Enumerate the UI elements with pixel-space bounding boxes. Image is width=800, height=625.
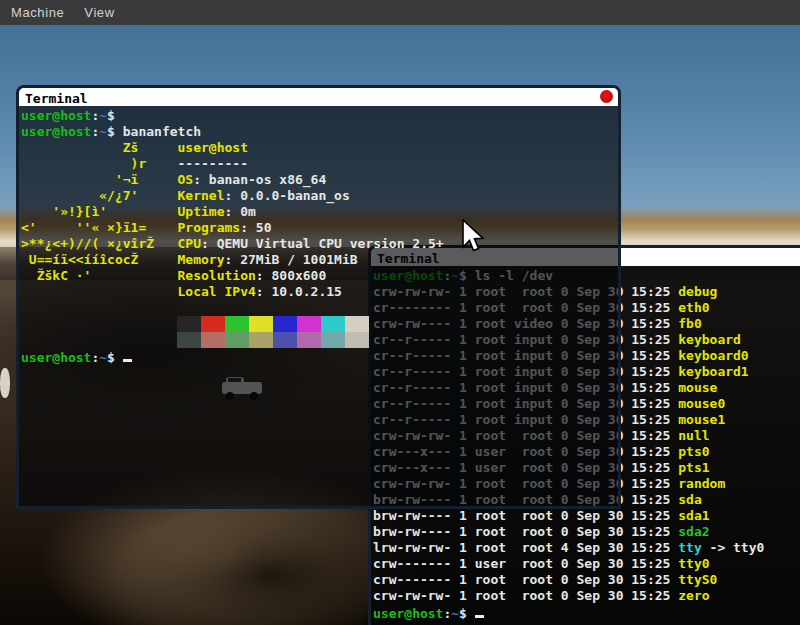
terminal-text: eth0 <box>678 300 709 315</box>
terminal-text: '»!}[ì' <box>21 204 178 219</box>
text-cursor <box>123 348 132 362</box>
terminal-text <box>21 284 178 299</box>
prompt-line: user@host:~$ <box>21 348 618 364</box>
fetch-line: >**¿<+)//( ×¿vîrŽ CPU: QEMU Virtual CPU … <box>21 236 618 252</box>
terminal-text: ~ <box>99 108 107 123</box>
terminal-text: ~ <box>451 606 459 621</box>
terminal-text: user@host <box>21 124 91 139</box>
palette-swatch <box>345 332 369 348</box>
palette-swatch <box>225 316 249 332</box>
close-button-icon[interactable] <box>600 90 613 103</box>
terminal-text: tty0 <box>678 556 709 571</box>
terminal-text: crw------- 1 user root 0 Sep 30 15:25 <box>373 556 678 571</box>
fetch-line: '»!}[ì' Uptime: 0m <box>21 204 618 220</box>
terminal-text: user@host <box>178 140 248 155</box>
terminal-text: Zš <box>21 140 178 155</box>
fetch-line: U==íï<<ííîcocŽ Memory: 27MiB / 1001MiB <box>21 252 618 268</box>
palette-swatch <box>201 316 225 332</box>
terminal-text: 50 <box>256 220 272 235</box>
terminal-text: bananfetch <box>115 124 201 139</box>
terminal-text: : <box>225 204 241 219</box>
terminal-text: OS <box>178 172 194 187</box>
terminal-text: crw------- 1 root root 0 Sep 30 15:25 <box>373 572 678 587</box>
terminal-text: user@host <box>21 350 91 365</box>
terminal-text: : <box>225 188 241 203</box>
terminal-text: Kernel <box>178 188 225 203</box>
terminal-text: ttyS0 <box>678 572 717 587</box>
file-row: brw-rw---- 1 root root 0 Sep 30 15:25 sd… <box>373 508 800 524</box>
menu-item-view[interactable]: View <box>84 5 114 20</box>
terminal-text: '¬ï <box>21 172 178 187</box>
terminal-text: brw-rw---- 1 root root 0 Sep 30 15:25 <box>373 524 678 539</box>
terminal-text <box>467 606 475 621</box>
prompt-line: user@host:~$ bananfetch <box>21 124 618 140</box>
terminal-text: Resolution <box>178 268 256 283</box>
fetch-line: )r --------- <box>21 156 618 172</box>
terminal-text: user@host <box>373 606 443 621</box>
palette-swatch <box>297 332 321 348</box>
terminal-text: Programs <box>178 220 241 235</box>
fetch-line: '¬ï OS: banan-os x86_64 <box>21 172 618 188</box>
fetch-line: Zš user@host <box>21 140 618 156</box>
terminal-text: --------- <box>178 156 248 171</box>
terminal-text: -> tty0 <box>702 540 765 555</box>
palette-swatch <box>249 316 273 332</box>
terminal-text: : <box>201 236 217 251</box>
terminal-text: : <box>256 268 272 283</box>
terminal-text: mouse1 <box>678 412 725 427</box>
prompt-line: user@host:~$ <box>373 604 800 620</box>
terminal-text: 800x600 <box>271 268 326 283</box>
terminal-text: ~ <box>99 124 107 139</box>
terminal-text: debug <box>678 284 717 299</box>
terminal-window-front[interactable]: Terminal user@host:~$user@host:~$ bananf… <box>16 85 621 509</box>
wallpaper-chalk-rock <box>0 368 10 398</box>
terminal-text: pts0 <box>678 444 709 459</box>
terminal-front-titlebar[interactable]: Terminal <box>19 88 618 106</box>
terminal-text: keyboard1 <box>678 364 748 379</box>
terminal-text: 10.0.2.15 <box>271 284 341 299</box>
palette-swatch <box>321 332 345 348</box>
fetch-line: «/¿7' Kernel: 0.0.0-banan_os <box>21 188 618 204</box>
terminal-text: ~ <box>99 350 107 365</box>
file-row: crw------- 1 user root 0 Sep 30 15:25 tt… <box>373 556 800 572</box>
terminal-text: lrw-rw-rw- 1 root root 4 Sep 30 15:25 <box>373 540 678 555</box>
terminal-line <box>21 300 618 316</box>
terminal-text: QEMU Virtual CPU version 2.5+ <box>217 236 444 251</box>
palette-swatch <box>177 332 201 348</box>
terminal-text: pts1 <box>678 460 709 475</box>
terminal-text: fb0 <box>678 316 701 331</box>
terminal-text: : <box>240 220 256 235</box>
palette-swatch <box>177 316 201 332</box>
terminal-text: mouse <box>678 380 717 395</box>
menu-item-machine[interactable]: Machine <box>11 5 64 20</box>
fetch-line: ŽškC ·' Resolution: 800x600 <box>21 268 618 284</box>
terminal-text: <' ''« ×}ï1= <box>21 220 178 235</box>
terminal-text: keyboard0 <box>678 348 748 363</box>
palette-swatch <box>297 316 321 332</box>
terminal-text: )r <box>21 156 178 171</box>
terminal-text: $ <box>459 606 467 621</box>
fetch-line: <' ''« ×}ï1= Programs: 50 <box>21 220 618 236</box>
file-row: brw-rw---- 1 root root 0 Sep 30 15:25 sd… <box>373 524 800 540</box>
palette-swatch <box>273 332 297 348</box>
terminal-text: : <box>225 252 241 267</box>
terminal-text: random <box>678 476 725 491</box>
terminal-text: 27MiB / 1001MiB <box>240 252 357 267</box>
vm-screen: MachineView Terminal user@host:~$ ls -l … <box>0 0 800 625</box>
prompt-line: user@host:~$ <box>21 108 618 124</box>
terminal-text: : <box>193 172 209 187</box>
file-row: crw-rw-rw- 1 root root 0 Sep 30 15:25 ze… <box>373 588 800 604</box>
palette-row-normal <box>177 316 369 332</box>
terminal-text: $ <box>107 124 115 139</box>
terminal-front-title: Terminal <box>19 91 88 106</box>
terminal-text: Memory <box>178 252 225 267</box>
mouse-cursor-icon <box>461 219 487 255</box>
terminal-front-content[interactable]: user@host:~$user@host:~$ bananfetch Zš u… <box>19 106 618 506</box>
file-row: lrw-rw-rw- 1 root root 4 Sep 30 15:25 tt… <box>373 540 800 556</box>
palette-swatch <box>201 332 225 348</box>
terminal-text <box>115 350 123 365</box>
terminal-text: banan-os x86_64 <box>209 172 326 187</box>
terminal-text: Local IPv4 <box>178 284 256 299</box>
terminal-text: Uptime <box>178 204 225 219</box>
terminal-text: user@host <box>21 108 91 123</box>
